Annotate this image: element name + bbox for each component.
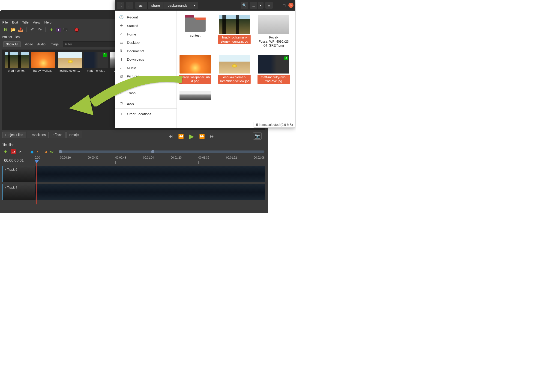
view-list-icon[interactable]: ☰: [250, 2, 257, 9]
files-grid[interactable]: contest brad-huchteman-stone-mountain.jp…: [177, 11, 295, 128]
view-dropdown-icon[interactable]: ▾: [258, 2, 264, 9]
file-item-folder[interactable]: contest: [179, 15, 211, 48]
file-item[interactable]: brad-huchteman-stone-mountain.jpg: [218, 15, 251, 48]
choose-profile-icon[interactable]: ▶: [56, 28, 61, 32]
project-file-item[interactable]: matt-mcnult...: [84, 52, 108, 74]
sidebar-trash[interactable]: 🗑Trash: [115, 89, 177, 97]
sidebar-starred[interactable]: ★Starred: [115, 21, 177, 30]
export-icon[interactable]: [75, 28, 79, 32]
thumbnail-label: hardy_wallpa...: [31, 69, 55, 72]
recent-icon: 🕘: [119, 15, 124, 19]
open-project-icon[interactable]: 📂: [11, 27, 16, 32]
thumbnail-label: brad-huchte...: [5, 69, 29, 72]
track-body[interactable]: [35, 166, 265, 182]
window-maximize-icon[interactable]: ▢: [282, 3, 287, 7]
jump-start-icon[interactable]: ⏮: [168, 134, 173, 139]
new-project-icon[interactable]: 🗎: [3, 27, 8, 32]
menu-edit[interactable]: Edit: [12, 20, 18, 24]
menu-view[interactable]: View: [33, 20, 40, 24]
project-file-item[interactable]: joshua-colem...: [57, 52, 82, 74]
sidebar-other-locations[interactable]: ＋Other Locations: [115, 110, 177, 118]
project-file-item[interactable]: brad-huchte...: [5, 52, 30, 74]
file-item[interactable]: Focal-Fossa_WP_4096x2304_GREY.png: [258, 15, 290, 48]
timeline-ruler[interactable]: 00:00:00,01 0:00 00:00:16 00:00:32 00:00…: [2, 156, 265, 165]
tab-project-files[interactable]: Project Files: [2, 132, 26, 138]
add-track-icon[interactable]: ＋: [3, 148, 8, 155]
menu-title[interactable]: Title: [22, 20, 29, 24]
project-file-item[interactable]: hardy_wallpa...: [31, 52, 56, 74]
snap-icon[interactable]: ⊃: [11, 149, 16, 154]
star-icon: ★: [119, 23, 124, 28]
thumbnail-icon: [179, 55, 211, 74]
sidebar-pictures[interactable]: ▧Pictures: [115, 72, 177, 80]
track-body[interactable]: [35, 184, 265, 200]
jump-end-icon[interactable]: ⏭: [210, 134, 215, 139]
search-icon[interactable]: 🔍: [241, 2, 248, 9]
time-display: 00:00:00,01: [2, 159, 35, 163]
folder-icon: [185, 15, 206, 32]
sidebar-desktop[interactable]: ▭Desktop: [115, 38, 177, 47]
splitter-handle[interactable]: ⋯⋯: [0, 209, 268, 212]
zoom-handle-left[interactable]: [59, 150, 62, 153]
sidebar-label: Desktop: [127, 41, 140, 44]
save-project-icon[interactable]: 📤: [18, 27, 23, 32]
path-segment[interactable]: share: [148, 2, 164, 9]
file-item[interactable]: [179, 91, 211, 100]
menu-file[interactable]: File: [2, 20, 8, 24]
folder-icon: 🗀: [119, 101, 124, 105]
nav-forward-icon[interactable]: 〉: [126, 2, 133, 9]
filter-video[interactable]: Video: [25, 42, 33, 46]
sidebar-label: Documents: [127, 49, 144, 53]
sidebar-home[interactable]: ⌂Home: [115, 30, 177, 38]
filter-audio[interactable]: Audio: [37, 42, 45, 46]
path-segment[interactable]: usr: [135, 2, 147, 9]
ruler-tick: 00:02:08: [254, 156, 265, 159]
fast-forward-icon[interactable]: ⏩: [199, 133, 205, 139]
menu-help[interactable]: Help: [44, 20, 51, 24]
file-item[interactable]: hardy_wallpaper_uhd.png: [179, 55, 211, 84]
sidebar-recent[interactable]: 🕘Recent: [115, 13, 177, 21]
import-files-icon[interactable]: ＋: [49, 27, 54, 32]
tab-transitions[interactable]: Transitions: [27, 132, 49, 138]
fullscreen-icon[interactable]: ⛶: [63, 28, 68, 31]
zoom-handle-right[interactable]: [151, 150, 154, 153]
undo-icon[interactable]: ↶: [30, 27, 35, 32]
filter-input[interactable]: Filter: [63, 41, 118, 47]
filter-image[interactable]: Image: [50, 42, 59, 46]
redo-icon[interactable]: ↷: [37, 27, 42, 32]
ruler-tick: 00:00:16: [60, 156, 71, 159]
play-icon[interactable]: ▶: [189, 132, 194, 140]
add-marker-icon[interactable]: ◆: [30, 149, 34, 154]
path-segment[interactable]: backgrounds: [164, 2, 191, 9]
sidebar-music[interactable]: ♫Music: [115, 64, 177, 72]
file-item[interactable]: joshua-coleman-something-yellow.jpg: [218, 55, 251, 84]
tab-effects[interactable]: Effects: [50, 132, 65, 138]
track-header[interactable]: ▾ Track 4: [3, 184, 35, 200]
zoom-slider[interactable]: [59, 150, 264, 153]
snapshot-icon[interactable]: 📷: [253, 132, 262, 140]
next-marker-icon[interactable]: ⇥: [43, 149, 47, 154]
tab-emojis[interactable]: Emojis: [66, 132, 82, 138]
rewind-icon[interactable]: ⏪: [178, 133, 184, 139]
razor-icon[interactable]: ✂: [18, 149, 22, 154]
thumbnail-icon: [219, 15, 250, 34]
center-playhead-icon[interactable]: ⇹: [50, 149, 54, 154]
sidebar-downloads[interactable]: ⬇Downloads: [115, 55, 177, 64]
status-text: 5 items selected (9.9 MB): [256, 123, 293, 127]
window-minimize-icon[interactable]: ―: [275, 3, 280, 7]
sidebar-documents[interactable]: 🗎Documents: [115, 47, 177, 55]
hamburger-menu-icon[interactable]: ≡: [265, 2, 273, 9]
filter-show-all[interactable]: Show All: [3, 41, 21, 47]
files-headerbar: 〈 〉 usr share backgrounds ▾ 🔍 ☰ ▾ ≡ ― ▢ …: [115, 0, 295, 11]
nav-back-icon[interactable]: 〈: [117, 2, 124, 9]
track-header[interactable]: ▾ Track 5: [3, 166, 35, 182]
track-row[interactable]: ▾ Track 5: [2, 166, 265, 182]
window-close-icon[interactable]: ✕: [288, 3, 293, 8]
path-dropdown-icon[interactable]: ▾: [191, 2, 198, 9]
home-icon: ⌂: [119, 32, 124, 36]
sidebar-apps[interactable]: 🗀apps: [115, 99, 177, 107]
file-item[interactable]: matt-mcnulty-nyc-2nd-ave.jpg: [258, 55, 290, 84]
prev-marker-icon[interactable]: ⇤: [37, 149, 40, 154]
track-row[interactable]: ▾ Track 4: [2, 184, 265, 200]
sidebar-videos[interactable]: 🎞Videos: [115, 80, 177, 89]
